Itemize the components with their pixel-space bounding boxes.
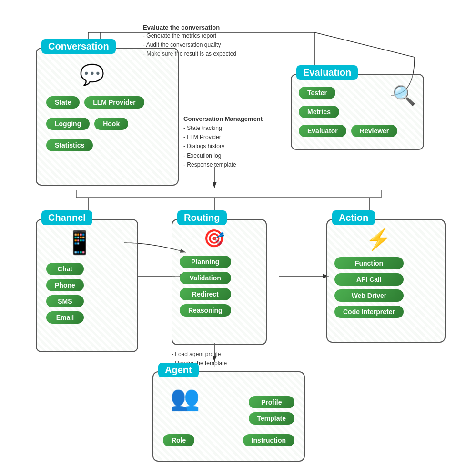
pill-instruction: Instruction — [243, 434, 294, 446]
chat-icon: 💬 — [80, 63, 104, 86]
pill-phone: Phone — [46, 279, 84, 291]
evaluation-box: Evaluation 🔍 Tester Metrics Evaluator Re… — [291, 74, 424, 150]
pill-llm: LLM Provider — [84, 96, 144, 109]
pill-planning: Planning — [180, 256, 231, 268]
pill-email: Email — [46, 311, 84, 324]
action-title: Action — [332, 210, 375, 225]
agent-title: Agent — [158, 363, 199, 377]
pill-web-driver: Web Driver — [334, 289, 404, 302]
pill-function: Function — [334, 257, 404, 269]
conv-mgmt-title: Conversation Management — [183, 114, 263, 124]
routing-box: Routing 🎯 Planning Validation Redirect R… — [172, 219, 267, 345]
pill-reasoning: Reasoning — [180, 304, 231, 317]
reviewer-icon: 🔍 — [392, 84, 416, 107]
action-box: Action ⚡ Function API Call Web Driver Co… — [326, 219, 446, 343]
pill-state: State — [46, 96, 80, 109]
pill-sms: SMS — [46, 295, 84, 307]
pill-hook: Hook — [94, 118, 128, 130]
channel-title: Channel — [41, 210, 92, 225]
lightning-icon: ⚡ — [365, 227, 392, 252]
routing-icon: 🎯 — [203, 228, 225, 248]
pill-logging: Logging — [46, 118, 90, 130]
whatsapp-icon: 📱 — [65, 229, 94, 256]
agent-icon: 👥 — [170, 384, 200, 412]
pill-tester: Tester — [299, 87, 335, 99]
pill-api-call: API Call — [334, 273, 404, 286]
pill-redirect: Redirect — [180, 288, 231, 300]
pill-evaluator: Evaluator — [299, 125, 346, 137]
conversation-title: Conversation — [41, 39, 116, 54]
pill-validation: Validation — [180, 272, 231, 284]
agent-box: Agent 👥 Role Profile Template Instructio… — [152, 371, 305, 462]
pill-code-interpreter: Code Interpreter — [334, 306, 404, 318]
pill-profile: Profile — [249, 396, 294, 408]
pill-chat: Chat — [46, 263, 84, 275]
channel-box: Channel 📱 Chat Phone SMS Email — [36, 219, 138, 352]
conversation-box: Conversation 💬 State LLM Provider Loggin… — [36, 48, 179, 186]
diagram: Evaluate the conversation - Generate the… — [0, 0, 476, 476]
routing-title: Routing — [177, 210, 227, 225]
pill-template: Template — [249, 412, 294, 425]
conv-mgmt-bullets: - State tracking - LLM Provider - Dialog… — [183, 124, 236, 169]
pill-statistics: Statistics — [46, 139, 93, 151]
pill-reviewer: Reviewer — [351, 125, 397, 137]
pill-role: Role — [163, 434, 194, 446]
evaluation-title: Evaluation — [296, 65, 358, 80]
pill-metrics: Metrics — [299, 106, 339, 118]
